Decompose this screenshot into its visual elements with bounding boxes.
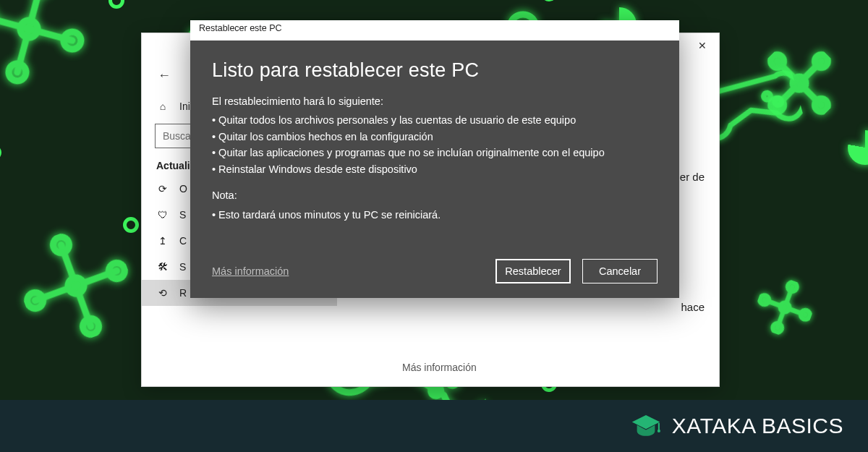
sidebar-item-label: R bbox=[179, 287, 187, 299]
window-close-button[interactable]: ✕ bbox=[686, 33, 719, 58]
ring-icon bbox=[109, 0, 124, 9]
ring-icon bbox=[541, 0, 557, 1]
sync-icon: ⟳ bbox=[156, 183, 169, 195]
home-icon: ⌂ bbox=[156, 101, 169, 112]
reset-pc-dialog: Restablecer este PC Listo para restablec… bbox=[190, 20, 679, 298]
svg-point-34 bbox=[763, 92, 772, 101]
obscured-text-fragment: hace bbox=[681, 301, 705, 313]
dialog-bullet: Quitar todos los archivos personales y l… bbox=[212, 112, 658, 128]
obscured-text-fragment: er de bbox=[680, 171, 705, 183]
sidebar-item-label: C bbox=[179, 235, 187, 247]
cancel-button[interactable]: Cancelar bbox=[582, 259, 658, 283]
sidebar-item-label: O bbox=[179, 183, 187, 195]
dialog-bullet: Quitar los cambios hechos en la configur… bbox=[212, 129, 658, 145]
ring-icon bbox=[123, 217, 139, 233]
upload-icon: ↥ bbox=[156, 235, 169, 247]
more-info-link[interactable]: Más información bbox=[212, 265, 289, 277]
dialog-footer: Más información Restablecer Cancelar bbox=[212, 259, 658, 283]
content-more-info-link[interactable]: Más información bbox=[402, 362, 477, 373]
dialog-note-label: Nota: bbox=[212, 187, 658, 203]
graduation-cap-icon bbox=[630, 410, 662, 442]
brand-name: XATAKA BASICS bbox=[672, 414, 843, 438]
dpad-cross-icon bbox=[0, 0, 100, 100]
dpad-cross-icon bbox=[749, 272, 821, 344]
wrench-icon: 🛠 bbox=[156, 261, 169, 273]
dialog-bullet-list: Quitar todos los archivos personales y l… bbox=[212, 112, 658, 177]
dialog-bullet: Reinstalar Windows desde este dispositiv… bbox=[212, 161, 658, 177]
dialog-intro: El restablecimiento hará lo siguiente: bbox=[212, 93, 658, 109]
dpad-cross-icon bbox=[7, 216, 145, 355]
recovery-icon: ⟲ bbox=[156, 287, 169, 299]
back-arrow-icon: ← bbox=[158, 68, 171, 82]
dialog-bullet: Quitar las aplicaciones y programas que … bbox=[212, 145, 658, 161]
reset-button[interactable]: Restablecer bbox=[495, 259, 571, 283]
svg-point-35 bbox=[774, 98, 783, 106]
dialog-window-title: Restablecer este PC bbox=[190, 20, 679, 40]
ring-icon bbox=[0, 145, 1, 161]
close-icon: ✕ bbox=[698, 40, 707, 51]
shield-icon: 🛡 bbox=[156, 209, 169, 221]
sidebar-item-label: S bbox=[179, 209, 186, 221]
brand-bar: XATAKA BASICS bbox=[0, 400, 868, 452]
pacman-icon bbox=[848, 130, 868, 165]
dialog-button-row: Restablecer Cancelar bbox=[495, 259, 658, 283]
dialog-body: Listo para restablecer este PC El restab… bbox=[190, 40, 679, 298]
svg-point-39 bbox=[658, 430, 660, 432]
sidebar-item-label: S bbox=[179, 261, 186, 273]
dialog-heading: Listo para restablecer este PC bbox=[212, 59, 658, 82]
dialog-note-bullet: Esto tardará unos minutos y tu PC se rei… bbox=[212, 207, 658, 223]
dialog-note-list: Esto tardará unos minutos y tu PC se rei… bbox=[212, 207, 658, 223]
